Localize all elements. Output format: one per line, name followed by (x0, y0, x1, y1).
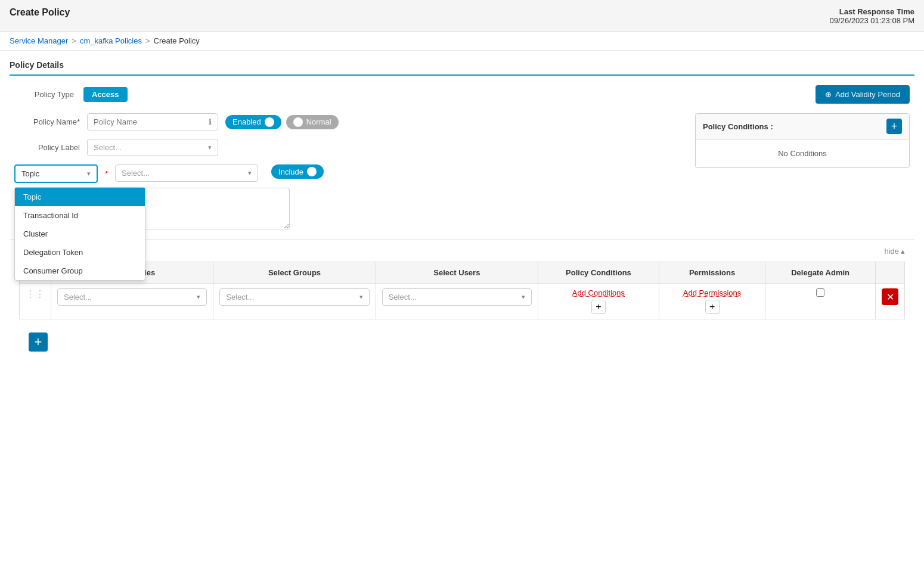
roles-select[interactable]: Select... ▾ (57, 288, 207, 306)
policy-name-row: Policy Name* ℹ Enabled Normal (14, 113, 683, 130)
users-placeholder: Select... (389, 293, 417, 302)
page-title: Create Policy (10, 7, 70, 18)
policy-name-label: Policy Name* (14, 117, 80, 126)
topic-select-value: Topic (21, 169, 39, 178)
table-row: ⋮⋮ Select... ▾ Select... ▾ (20, 284, 905, 319)
permissions-cell: Add Permissions + (659, 284, 765, 319)
groups-chevron-down-icon: ▾ (359, 293, 363, 301)
delete-col-header (876, 262, 905, 284)
last-response-time: 09/26/2023 01:23:08 PM (830, 16, 914, 25)
topic-dropdown: Topic Transactional Id Cluster Delegatio… (14, 187, 145, 281)
info-icon: ℹ (209, 117, 212, 126)
dropdown-item-transactional-id[interactable]: Transactional Id (15, 206, 145, 225)
roles-chevron-down-icon: ▾ (197, 293, 200, 301)
add-validity-period-button[interactable]: ⊕ Add Validity Period (816, 85, 910, 104)
policy-details-title: Policy Details (10, 60, 914, 76)
policy-type-row: Policy Type Access ⊕ Add Validity Period (14, 85, 910, 104)
policy-type-label: Policy Type (14, 90, 74, 99)
policy-details-area: Policy Type Access ⊕ Add Validity Period… (10, 85, 914, 231)
policy-conditions-add-button[interactable]: + (886, 119, 902, 134)
no-conditions-text: No Conditions (778, 149, 827, 158)
permissions-table: Select Roles Select Groups Select Users … (19, 262, 905, 319)
add-conditions-link[interactable]: Add Conditions (544, 288, 653, 297)
include-toggle-knob (307, 167, 317, 176)
delete-cell: ✕ (876, 284, 905, 319)
last-response-block: Last Response Time 09/26/2023 01:23:08 P… (830, 7, 914, 25)
normal-label: Normal (306, 117, 331, 126)
table-header-row: Select Roles Select Groups Select Users … (20, 262, 905, 284)
enabled-label: Enabled (232, 117, 261, 126)
topic-value-select[interactable]: Select... ▾ (115, 164, 258, 182)
bottom-add-row-area: + (10, 332, 914, 361)
middle-section: Policy Name* ℹ Enabled Normal (14, 113, 910, 231)
breadcrumb-current: Create Policy (154, 36, 200, 45)
permissions-plus-button[interactable]: + (705, 300, 720, 314)
hide-button[interactable]: hide ▴ (884, 247, 905, 256)
breadcrumb: Service Manager > cm_kafka Policies > Cr… (0, 32, 924, 51)
topic-select-box[interactable]: Topic ▾ (14, 164, 98, 183)
select-groups-header: Select Groups (213, 262, 376, 284)
users-select[interactable]: Select... ▾ (382, 288, 532, 306)
enabled-toggle-knob (265, 117, 274, 127)
enabled-toggle[interactable]: Enabled (225, 115, 281, 129)
normal-toggle-knob (293, 117, 303, 127)
conditions-cell: Add Conditions + (538, 284, 659, 319)
policy-name-input[interactable] (94, 117, 205, 126)
topic-select-container: Topic ▾ Topic Transactional Id Cluster D… (14, 164, 98, 183)
include-label: Include (278, 167, 303, 176)
chevron-up-icon: ▴ (901, 247, 905, 256)
policy-conditions-body: No Conditions (696, 139, 909, 167)
topic-value-chevron-down-icon: ▾ (248, 169, 252, 177)
drag-cell: ⋮⋮ (20, 284, 51, 319)
policy-conditions-col-header: Policy Conditions (538, 262, 659, 284)
users-cell: Select... ▾ (376, 284, 538, 319)
policy-label-chevron-down-icon: ▾ (208, 144, 212, 151)
circle-plus-icon: ⊕ (825, 90, 832, 99)
breadcrumb-sep1: > (72, 36, 76, 45)
policy-label-label: Policy Label (14, 143, 80, 152)
topic-row: Topic ▾ Topic Transactional Id Cluster D… (14, 164, 683, 183)
permissions-col-header: Permissions (659, 262, 765, 284)
enabled-toggle-group: Enabled Normal (225, 115, 339, 129)
policy-type-left: Policy Type Access (14, 87, 128, 102)
breadcrumb-policies[interactable]: cm_kafka Policies (80, 36, 142, 45)
groups-select[interactable]: Select... ▾ (219, 288, 369, 306)
allow-header: Allow hide ▴ (19, 246, 905, 256)
policy-conditions-box: Policy Conditions : + No Conditions (695, 113, 910, 168)
description-row (87, 188, 683, 231)
right-conditions: Policy Conditions : + No Conditions (695, 113, 910, 168)
policy-label-row: Policy Label Select... ▾ (14, 139, 683, 156)
delegate-admin-cell (765, 284, 876, 319)
topic-value-placeholder: Select... (122, 169, 150, 178)
delete-row-button[interactable]: ✕ (882, 288, 898, 305)
last-response-label: Last Response Time (839, 7, 914, 16)
policy-conditions-title: Policy Conditions : (703, 122, 773, 131)
users-chevron-down-icon: ▾ (522, 293, 525, 301)
select-users-header: Select Users (376, 262, 538, 284)
roles-placeholder: Select... (64, 293, 92, 302)
groups-cell: Select... ▾ (213, 284, 376, 319)
policy-label-select[interactable]: Select... ▾ (87, 139, 218, 156)
left-form: Policy Name* ℹ Enabled Normal (14, 113, 683, 231)
page-header: Create Policy Last Response Time 09/26/2… (0, 0, 924, 32)
delegate-admin-checkbox[interactable] (816, 288, 824, 297)
include-toggle[interactable]: Include (271, 164, 324, 179)
normal-toggle[interactable]: Normal (286, 115, 339, 129)
main-content: Policy Details Policy Type Access ⊕ Add … (0, 51, 924, 361)
groups-placeholder: Select... (226, 293, 254, 302)
add-row-button[interactable]: + (29, 332, 48, 352)
conditions-plus-button[interactable]: + (591, 300, 606, 314)
add-permissions-link[interactable]: Add Permissions (665, 288, 759, 297)
breadcrumb-service-manager[interactable]: Service Manager (10, 36, 68, 45)
policy-label-placeholder: Select... (94, 143, 122, 152)
policy-type-access-button[interactable]: Access (83, 87, 128, 102)
roles-cell: Select... ▾ (51, 284, 213, 319)
policy-name-input-container[interactable]: ℹ (87, 113, 218, 130)
breadcrumb-sep2: > (145, 36, 150, 45)
dropdown-item-cluster[interactable]: Cluster (15, 225, 145, 243)
drag-handle-icon[interactable]: ⋮⋮ (26, 289, 45, 299)
dropdown-item-topic[interactable]: Topic (15, 188, 145, 206)
dropdown-item-delegation-token[interactable]: Delegation Token (15, 243, 145, 262)
dropdown-item-consumer-group[interactable]: Consumer Group (15, 262, 145, 280)
delegate-admin-col-header: Delegate Admin (765, 262, 876, 284)
